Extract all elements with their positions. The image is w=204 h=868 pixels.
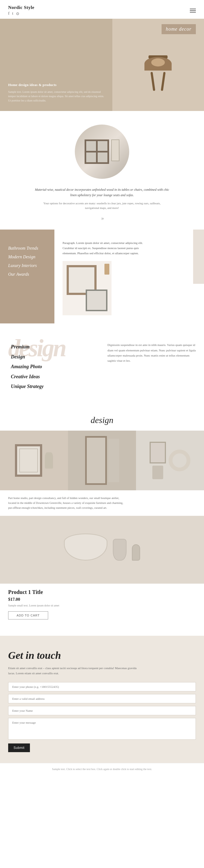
product-section: Product 1 Title $17.00 Sample small text… [0, 516, 204, 636]
contact-description: Etiam sit amet convallis erat – class ap… [8, 665, 144, 676]
bowl-decoration [64, 533, 107, 561]
features-section: design Premium Design Amazing Photo Crea… [0, 323, 204, 404]
sidebar-paragraph: Paragraph. Lorem ipsum dolor sit amet, c… [62, 240, 150, 256]
chair-visual [108, 439, 119, 482]
frames-visual [62, 261, 111, 315]
sidebar-item-luxury[interactable]: Luxury Interiors [8, 263, 46, 268]
footer: Sample text. Click to select the text bo… [0, 763, 204, 775]
door-visual [85, 436, 107, 485]
circle-subtext: Your options for decorative accents are … [37, 201, 167, 211]
message-input[interactable] [8, 718, 196, 740]
frame-artwork [15, 444, 42, 477]
twitter-icon[interactable]: t [12, 11, 13, 16]
product-title: Product 1 Title [8, 589, 196, 595]
hero-title: Home design ideas & products [8, 83, 104, 87]
submit-button[interactable]: Submit [8, 743, 30, 752]
contact-form: Submit [8, 682, 196, 752]
product-price: $17.00 [8, 597, 196, 602]
sidebar-item-bathroom[interactable]: Bathroom Trends [8, 246, 46, 251]
logo: Nordic Style [8, 5, 34, 10]
hero-body: Sample text. Lorem ipsum dolor sit amet,… [8, 90, 104, 103]
feature-ideas: Creative Ideas [11, 372, 97, 381]
contact-title: Get in touch [8, 649, 196, 661]
cup-decoration [113, 539, 126, 561]
circle-image [75, 125, 129, 179]
gallery-cell-2 [68, 431, 136, 490]
email-input[interactable] [8, 694, 196, 703]
gallery-cell-1 [0, 431, 68, 490]
product-info: Product 1 Title $17.00 Sample small text… [0, 584, 204, 625]
small-frame2 [152, 466, 163, 479]
feature-premium: Premium [11, 342, 97, 351]
small-frame [150, 442, 166, 463]
hero-section: Home design ideas & products Sample text… [0, 19, 204, 111]
contact-section: Get in touch Etiam sit amet convallis er… [0, 636, 204, 763]
gallery-grid [0, 431, 204, 490]
product-image [0, 516, 204, 584]
features-description: Dignissim suspendisse in est ante in nib… [107, 337, 196, 391]
sidebar-content: Paragraph. Lorem ipsum dolor sit amet, c… [54, 229, 204, 323]
vase-small [45, 452, 53, 469]
facebook-icon[interactable]: f [8, 11, 9, 16]
sidebar-item-modern[interactable]: Modern Design [8, 254, 46, 259]
sidebar-item-awards[interactable]: Our Awards [8, 272, 46, 277]
add-to-cart-button[interactable]: ADD TO CART [8, 611, 48, 619]
product-description: Sample small text. Lorem ipsum dolor sit… [8, 604, 196, 607]
name-input[interactable] [8, 706, 196, 715]
gallery-cell-3 [136, 431, 204, 490]
circle-section: Material-wise, nautical decor incorporat… [0, 111, 204, 229]
chevron-button[interactable]: » [101, 215, 103, 221]
phone-input[interactable] [8, 682, 196, 691]
sidebar-accent [193, 229, 204, 284]
ring-vase [169, 450, 190, 471]
menu-button[interactable] [190, 9, 196, 12]
feature-photo: Amazing Photo [11, 362, 97, 371]
instagram-icon[interactable]: ⊙ [16, 11, 19, 16]
circle-quote: Material-wise, nautical decor incorporat… [34, 187, 170, 198]
footer-note: Sample text. Click to select the text bo… [0, 763, 204, 775]
feature-strategy: Unique Strategy [11, 382, 97, 391]
features-left: design Premium Design Amazing Photo Crea… [8, 337, 97, 391]
sidebar-section: Bathroom Trends Modern Design Luxury Int… [0, 229, 204, 323]
hero-badge: home decor [161, 24, 196, 34]
sidebar-nav: Bathroom Trends Modern Design Luxury Int… [0, 229, 54, 323]
feature-design: Design [11, 352, 97, 361]
gallery-section: design Part home studio, part desig [0, 404, 204, 516]
small-cup [132, 544, 140, 561]
gallery-title: design [0, 415, 204, 425]
header: Nordic Style f t ⊙ [0, 0, 204, 19]
gallery-caption: Part home studio, part design consultanc… [0, 490, 136, 516]
